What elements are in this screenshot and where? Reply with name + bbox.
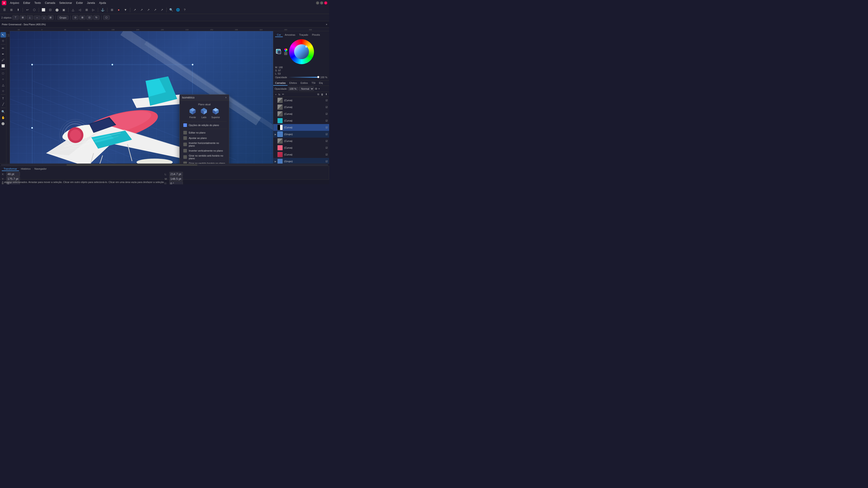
layer-expand-icon[interactable]: ▶ xyxy=(275,133,277,135)
iso-menu-editar[interactable]: Editar no plano xyxy=(182,130,227,135)
coord-l-input[interactable] xyxy=(169,172,183,176)
select-tool[interactable]: ↖ xyxy=(0,32,6,37)
align-bot-btn[interactable]: ⊥ xyxy=(27,15,33,20)
layer-more-btn[interactable]: ⬇ xyxy=(325,92,328,96)
iso-menu-ajustar[interactable]: Ajustar ao plano xyxy=(182,135,227,141)
layer-item[interactable]: (Curva) ☑ xyxy=(273,97,329,104)
menu-ajuda[interactable]: Ajuda xyxy=(97,1,108,5)
tab-estilos[interactable]: Estilos xyxy=(299,80,310,86)
iso-btn[interactable]: ⬡ xyxy=(103,15,110,20)
pencil-tool[interactable]: ✒ xyxy=(0,51,6,57)
toolbar-btn-align4[interactable]: ▷ xyxy=(90,7,96,13)
layer-visibility[interactable]: ☑ xyxy=(326,140,328,142)
layer-item[interactable]: (Curva) ☑ xyxy=(273,138,329,144)
menu-janela[interactable]: Janela xyxy=(85,1,97,5)
toolbar-btn-view3[interactable]: ▼ xyxy=(122,7,129,13)
blend-mode-select[interactable]: Normal xyxy=(299,87,314,91)
maximize-button[interactable]: □ xyxy=(320,1,323,4)
layer-visibility[interactable]: ☑ xyxy=(326,112,328,116)
color-wheel[interactable] xyxy=(289,39,314,64)
rot-btn[interactable]: ↻ xyxy=(93,15,99,20)
iso-menu-opcoes[interactable]: Opções de edição do plano xyxy=(182,123,227,128)
layer-delete-btn[interactable]: 🗑 xyxy=(320,93,324,96)
tab-pinceis[interactable]: Pincéis xyxy=(310,33,322,37)
isometric-dialog-close-button[interactable]: × xyxy=(225,96,227,99)
scroll-thumb[interactable] xyxy=(66,164,197,166)
sym-btn[interactable]: ⊙ xyxy=(72,15,79,20)
toolbar-btn-grid[interactable]: ⊞ xyxy=(8,7,14,13)
toolbar-btn-view1[interactable]: ⊞ xyxy=(109,7,115,13)
iso-plane-lado[interactable]: Lado xyxy=(200,107,208,119)
layers-settings-button[interactable]: ⚙ xyxy=(315,87,317,90)
layer-item-selected[interactable]: (Curva) ☑ xyxy=(273,124,329,131)
rect-tool[interactable]: □ xyxy=(0,70,6,76)
layer-pen-btn[interactable]: ✏ xyxy=(282,92,285,96)
color-picker-icon[interactable] xyxy=(284,48,287,52)
line-tool[interactable]: ╱ xyxy=(0,101,6,107)
menu-texto[interactable]: Texto xyxy=(33,1,43,5)
iso-menu-girar-anti[interactable]: Girar no sentido anti-horário no plano xyxy=(182,153,227,161)
color-wheel-container[interactable] xyxy=(289,39,314,64)
iso-plane-frente[interactable]: Frente xyxy=(189,107,196,119)
menu-editar[interactable]: Editar xyxy=(22,1,32,5)
toolbar-btn-export4[interactable]: ↗ xyxy=(152,7,158,13)
coord-x-input[interactable] xyxy=(6,172,20,176)
sel-handle-tr[interactable] xyxy=(192,64,193,66)
toolbar-btn-share[interactable]: ⬆ xyxy=(15,7,21,13)
iso-menu-inverter-v[interactable]: Inverter verticalmente no plano xyxy=(182,148,227,153)
ellipse-tool[interactable]: ○ xyxy=(0,76,6,82)
tab-cor[interactable]: Cor xyxy=(275,33,283,37)
tab-amostras[interactable]: Amostras xyxy=(283,33,297,37)
tab-camadas[interactable]: Camadas xyxy=(273,80,287,86)
star-tool[interactable]: ☆ xyxy=(0,88,6,94)
toolbar-btn-d[interactable]: ▣ xyxy=(61,7,67,13)
layer-add-btn[interactable]: + xyxy=(275,93,277,96)
menu-selecionar[interactable]: Selecionar xyxy=(57,1,74,5)
dist-h-btn[interactable]: ↔ xyxy=(34,15,40,20)
layer-visibility[interactable]: ☑ xyxy=(326,126,328,129)
dist-eq-btn[interactable]: ⊞ xyxy=(48,15,54,20)
coord-m-input[interactable] xyxy=(169,177,183,181)
minimize-button[interactable]: ─ xyxy=(316,1,319,4)
coord-c-input[interactable] xyxy=(169,182,183,184)
layer-group-item[interactable]: ▶ (Grupo) ☑ xyxy=(273,158,329,164)
toolbar-btn-c[interactable]: ⬤ xyxy=(54,7,60,13)
eyedropper-tool[interactable]: ⬤ xyxy=(0,121,6,126)
layer-item[interactable]: (Curva) ☑ xyxy=(273,117,329,124)
grid-btn[interactable]: ⊞ xyxy=(79,15,86,20)
poly-tool[interactable]: △ xyxy=(0,82,6,88)
toolbar-btn-export1[interactable]: ↗ xyxy=(131,7,138,13)
stroke-swatch[interactable] xyxy=(277,51,281,54)
coord-y-input[interactable] xyxy=(6,177,20,181)
toolbar-btn-geo[interactable]: 🌐 xyxy=(175,7,181,13)
layer-item[interactable]: (Curva) ☑ xyxy=(273,144,329,151)
layer-visibility[interactable]: ☑ xyxy=(326,147,328,149)
color-swatch-small[interactable] xyxy=(284,52,287,55)
tab-tracado[interactable]: Traçado xyxy=(297,33,310,37)
align-top-btn[interactable]: ⊤ xyxy=(12,15,19,20)
node-tool[interactable]: ⊹ xyxy=(0,38,6,43)
toolbar-btn-a[interactable]: ⬜ xyxy=(40,7,46,13)
layer-visibility[interactable]: ☑ xyxy=(326,160,328,163)
toolbar-btn-redo[interactable]: ⬡ xyxy=(31,7,37,13)
iso-menu-inverter-h[interactable]: Inverter horizontalmente no plano xyxy=(182,141,227,148)
sel-handle-tl[interactable] xyxy=(31,64,33,66)
toolbar-btn-search[interactable]: 🔍 xyxy=(168,7,174,13)
iso-plane-superior[interactable]: Superior xyxy=(211,107,220,119)
toolbar-btn-export3[interactable]: ↗ xyxy=(145,7,151,13)
tab-navegador[interactable]: Navegador xyxy=(33,167,49,171)
opacity-thumb[interactable] xyxy=(317,76,319,78)
zoom-tool[interactable]: 🔍 xyxy=(0,109,6,114)
toolbar-btn-1[interactable]: ☰ xyxy=(1,7,8,13)
layer-visibility[interactable]: ☑ xyxy=(326,133,328,136)
pan-tool[interactable]: ✋ xyxy=(0,115,6,120)
toolbar-btn-undo[interactable]: ↩ xyxy=(24,7,31,13)
canvas-area[interactable]: Isométrico × Plano atual xyxy=(10,31,273,164)
horizontal-scrollbar[interactable] xyxy=(0,164,329,166)
layer-item[interactable]: (Curva) ☑ xyxy=(273,104,329,110)
text-tool[interactable]: T xyxy=(0,96,6,101)
group-btn[interactable]: Grupo xyxy=(57,15,68,20)
document-close-button[interactable]: × xyxy=(326,23,327,26)
color-wheel-cursor[interactable] xyxy=(305,46,307,47)
menu-camada[interactable]: Camada xyxy=(43,1,57,5)
